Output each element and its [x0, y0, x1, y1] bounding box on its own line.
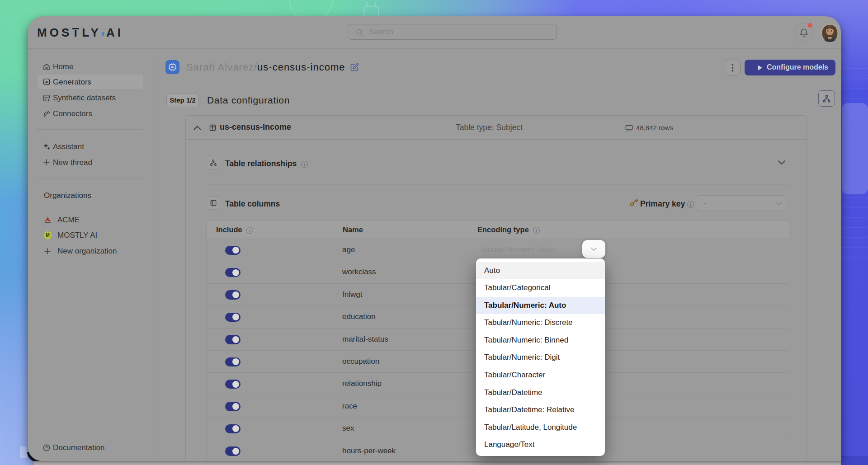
svg-text:AI: AI — [171, 65, 174, 69]
svg-text:AI: AI — [45, 80, 48, 84]
svg-text:M: M — [46, 233, 50, 238]
